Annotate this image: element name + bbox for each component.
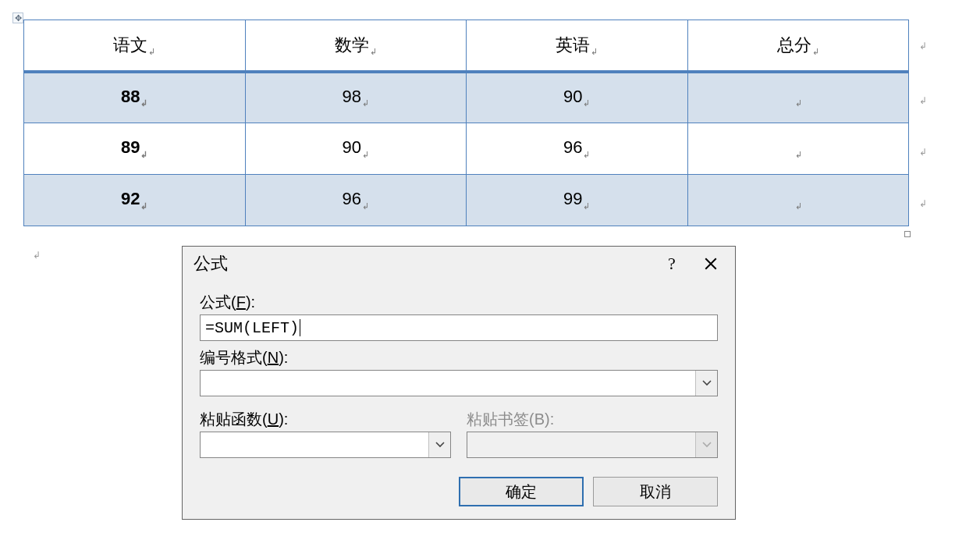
table-row: 92↲ 96↲ 99↲ ↲ (24, 175, 909, 226)
row-end-mark-icon: ↲ (919, 198, 927, 209)
grades-table-wrap: 语文↲ 数学↲ 英语↲ 总分↲ 88↲ 98↲ 90↲ ↲ 89↲ 90↲ 96… (23, 20, 909, 226)
ok-button[interactable]: 确定 (459, 477, 584, 506)
para-mark-icon: ↲ (795, 150, 802, 159)
paste-bookmark-value (467, 432, 695, 457)
cell[interactable]: ↲ (687, 175, 909, 226)
para-mark-icon: ↲ (795, 98, 802, 108)
para-mark-icon: ↲ (795, 201, 802, 211)
formula-input[interactable]: =SUM(LEFT) (200, 314, 718, 341)
cell[interactable]: 96↲ (245, 175, 467, 226)
cell[interactable]: 90↲ (467, 72, 688, 123)
table-anchor-icon[interactable]: ✥ (12, 12, 23, 23)
row-end-mark-icon: ↲ (919, 95, 927, 106)
para-mark-icon: ↲ (362, 201, 369, 211)
cell[interactable]: 89↲ (24, 123, 246, 175)
para-mark-icon: ↲ (591, 47, 598, 56)
number-format-label: 编号格式(N): (200, 347, 718, 368)
cell[interactable]: 96↲ (467, 123, 688, 175)
dialog-title-text: 公式 (194, 252, 228, 275)
para-mark-icon: ↲ (362, 98, 369, 108)
para-mark-icon: ↲ (583, 150, 590, 159)
chevron-down-icon (702, 380, 712, 386)
col-header-chinese[interactable]: 语文↲ (24, 20, 246, 72)
para-mark-icon: ↲ (33, 250, 41, 261)
cell[interactable]: ↲ (687, 123, 909, 175)
cell[interactable]: 90↲ (245, 123, 467, 175)
para-mark-icon: ↲ (812, 47, 819, 56)
dialog-titlebar[interactable]: 公式 ? (183, 247, 735, 281)
cell[interactable]: 88↲ (24, 72, 246, 123)
para-mark-icon: ↲ (583, 98, 590, 108)
number-format-dropdown-button[interactable] (695, 371, 717, 396)
close-button[interactable] (691, 248, 730, 279)
table-resize-handle-icon[interactable] (904, 231, 911, 237)
grades-table: 语文↲ 数学↲ 英语↲ 总分↲ 88↲ 98↲ 90↲ ↲ 89↲ 90↲ 96… (23, 20, 909, 226)
table-row: 89↲ 90↲ 96↲ ↲ (24, 123, 909, 175)
para-mark-icon: ↲ (140, 201, 147, 211)
para-mark-icon: ↲ (140, 150, 147, 159)
help-button[interactable]: ? (652, 248, 691, 279)
paste-function-value (201, 432, 428, 457)
formula-value: =SUM(LEFT) (205, 319, 299, 337)
text-caret-icon (300, 319, 300, 336)
para-mark-icon: ↲ (148, 47, 155, 56)
number-format-combo[interactable] (200, 370, 718, 396)
paste-function-label: 粘贴函数(U): (200, 409, 451, 430)
para-mark-icon: ↲ (362, 150, 369, 159)
cell[interactable]: 92↲ (24, 175, 246, 226)
chevron-down-icon (702, 442, 712, 448)
cell[interactable]: 99↲ (467, 175, 688, 226)
table-row: 88↲ 98↲ 90↲ ↲ (24, 72, 909, 123)
dialog-body: 公式(F): =SUM(LEFT) 编号格式(N): 粘贴函数(U): (183, 281, 735, 519)
paste-bookmark-dropdown-button (695, 432, 717, 457)
cancel-button[interactable]: 取消 (593, 477, 718, 506)
para-mark-icon: ↲ (583, 201, 590, 211)
row-end-mark-icon: ↲ (919, 147, 927, 158)
col-header-total[interactable]: 总分↲ (687, 20, 909, 72)
formula-label: 公式(F): (200, 292, 718, 313)
number-format-value (201, 371, 695, 396)
table-header-row: 语文↲ 数学↲ 英语↲ 总分↲ (24, 20, 909, 72)
para-mark-icon: ↲ (140, 98, 147, 108)
para-mark-icon: ↲ (370, 47, 377, 56)
paste-bookmark-combo (467, 432, 718, 458)
col-header-english[interactable]: 英语↲ (467, 20, 688, 72)
row-end-mark-icon: ↲ (919, 41, 927, 52)
col-header-math[interactable]: 数学↲ (245, 20, 467, 72)
chevron-down-icon (435, 442, 445, 448)
paste-function-combo[interactable] (200, 432, 451, 458)
cell[interactable]: ↲ (687, 72, 909, 123)
cell[interactable]: 98↲ (245, 72, 467, 123)
close-icon (704, 257, 718, 271)
paste-bookmark-label: 粘贴书签(B): (467, 409, 718, 430)
paste-function-dropdown-button[interactable] (428, 432, 450, 457)
formula-dialog: 公式 ? 公式(F): =SUM(LEFT) 编号格式(N): 粘贴函数(U): (182, 246, 736, 520)
